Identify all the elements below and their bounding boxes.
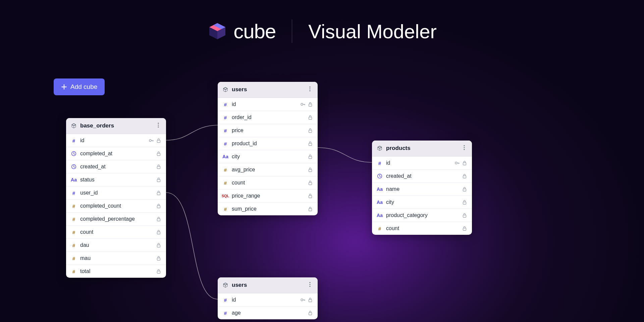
field-label: count [386,225,459,231]
lock-icon [462,213,467,218]
sql-icon: SQL [222,194,228,198]
field-row[interactable]: #sum_price [218,202,318,215]
hash-measure-icon: # [71,203,77,209]
field-row[interactable]: #completed_count [66,199,166,212]
add-cube-button[interactable]: Add cube [54,78,105,95]
card-header[interactable]: users [218,82,318,98]
field-row[interactable]: #avg_price [218,163,318,176]
card-menu-button[interactable] [155,122,161,129]
lock-icon [156,151,161,156]
lock-icon [156,243,161,248]
field-row[interactable]: #total [66,265,166,278]
field-meta [156,190,161,196]
lock-icon [308,128,313,133]
field-label: id [386,160,451,166]
svg-rect-12 [157,166,160,169]
hash-icon: # [71,138,77,144]
lock-icon [156,203,161,209]
svg-rect-42 [463,202,466,204]
field-row[interactable]: #id [218,98,318,111]
card-title: products [386,145,411,152]
field-row[interactable]: #count [218,176,318,189]
field-row[interactable]: #user_id [66,186,166,199]
field-row[interactable]: #price [218,124,318,137]
hash-icon: # [222,141,228,147]
svg-point-34 [464,145,465,146]
field-meta [300,102,313,107]
svg-point-24 [301,103,303,105]
lock-icon [308,206,313,212]
entity-card-users2[interactable]: users#id#age [218,277,318,319]
svg-rect-40 [463,176,466,178]
field-label: city [386,199,459,205]
field-meta [462,213,467,218]
field-row[interactable]: #count [372,222,472,235]
field-label: created_at [80,164,153,170]
field-meta [308,115,313,120]
field-row[interactable]: #id [372,156,472,169]
field-row[interactable]: Aacity [218,150,318,163]
cube-logo-icon [207,21,227,41]
field-row[interactable]: #mau [66,252,166,265]
lock-icon [308,102,313,107]
lock-icon [308,193,313,199]
field-row[interactable]: created_at [372,169,472,182]
svg-point-4 [158,123,159,124]
plus-icon [61,84,67,90]
field-row[interactable]: #dau [66,238,166,252]
hash-measure-icon: # [222,206,228,212]
field-row[interactable]: created_at [66,160,166,173]
field-row[interactable]: #product_id [218,137,318,150]
key-icon [454,160,460,166]
card-header[interactable]: products [372,141,472,156]
hash-icon: # [222,128,228,133]
kebab-icon [155,122,161,128]
cube-icon [71,123,77,129]
lock-icon [308,180,313,185]
field-label: product_category [386,212,459,218]
add-cube-label: Add cube [70,83,97,91]
field-row[interactable]: #order_id [218,111,318,124]
entity-card-base_orders[interactable]: base_orders#idcompleted_atcreated_atAast… [66,118,166,278]
field-row[interactable]: Aastatus [66,173,166,186]
svg-point-7 [149,140,151,142]
field-meta [156,216,161,222]
field-meta [308,128,313,133]
field-meta [156,229,161,235]
field-label: city [232,154,304,160]
entity-card-products[interactable]: products#idcreated_atAanameAacityAaprodu… [372,141,472,235]
card-header[interactable]: users [218,277,318,293]
field-row[interactable]: #count [66,225,166,238]
hash-icon: # [222,102,228,107]
field-row[interactable]: Aaproduct_category [372,209,472,222]
field-row[interactable]: #age [218,306,318,319]
svg-rect-8 [157,140,160,143]
lock-icon [462,226,467,231]
card-header-left: users [222,86,247,93]
field-row[interactable]: #completed_percentage [66,212,166,225]
svg-point-48 [301,299,303,301]
lock-icon [462,160,467,166]
field-row[interactable]: #id [66,134,166,147]
card-menu-button[interactable] [461,145,467,152]
field-meta [156,151,161,156]
field-label: age [232,310,304,316]
hash-measure-icon: # [222,167,228,173]
field-row[interactable]: completed_at [66,147,166,160]
field-row[interactable]: SQLprice_range [218,189,318,202]
field-label: product_id [232,141,304,147]
hash-icon: # [71,190,77,196]
card-menu-button[interactable] [307,281,313,289]
field-row[interactable]: Aaname [372,182,472,196]
svg-rect-14 [157,193,160,195]
entity-card-users1[interactable]: users#id#order_id#price#product_idAacity… [218,82,318,215]
card-header[interactable]: base_orders [66,118,166,134]
cube-icon [377,145,383,151]
svg-rect-29 [309,156,312,159]
card-menu-button[interactable] [307,86,313,93]
field-row[interactable]: #id [218,293,318,306]
field-meta [156,269,161,274]
hash-measure-icon: # [71,229,77,235]
page-header: cube Visual Modeler [0,19,644,43]
field-row[interactable]: Aacity [372,196,472,209]
